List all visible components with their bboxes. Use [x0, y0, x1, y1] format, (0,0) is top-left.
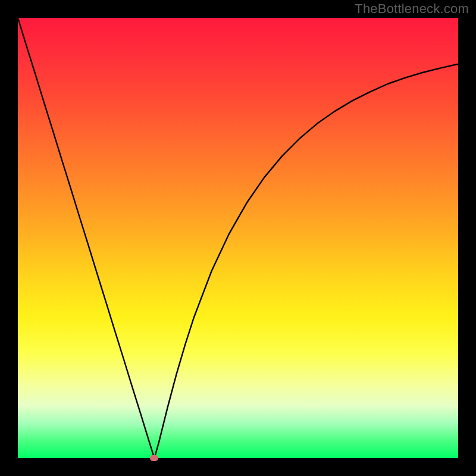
bottleneck-curve	[18, 18, 458, 458]
plot-area	[18, 18, 458, 458]
watermark-text: TheBottleneck.com	[355, 1, 469, 17]
minimum-marker	[150, 455, 158, 461]
chart-frame: TheBottleneck.com	[0, 0, 476, 476]
